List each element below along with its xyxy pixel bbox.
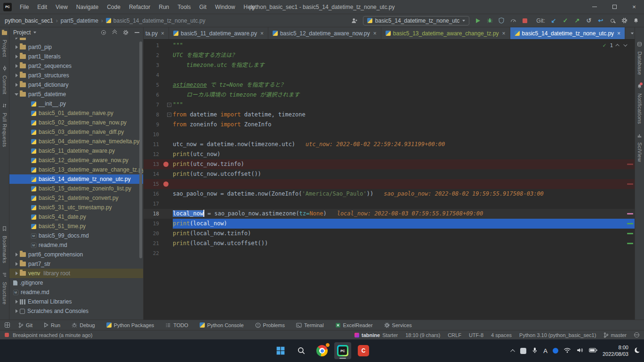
chevron-right-icon[interactable] (13, 38, 20, 40)
gutter-cell[interactable] (161, 239, 173, 248)
chevron-right-icon[interactable] (13, 253, 20, 256)
tool-window-debug[interactable]: Debug (72, 322, 95, 328)
tree-item[interactable]: basic5_31_utc_timestamp.py (9, 203, 143, 212)
tool-stripe-commit[interactable]: Commit (2, 66, 8, 94)
indent-style[interactable]: 4 spaces (491, 332, 512, 338)
tree-item[interactable]: basic5_41_date.py (9, 212, 143, 222)
close-tab-icon[interactable]: × (260, 30, 264, 37)
close-tab-icon[interactable]: × (373, 30, 377, 37)
pycharm-taskbar-button[interactable]: PC (334, 342, 351, 359)
tool-window-run[interactable]: Run (44, 322, 60, 328)
tool-stripe-database[interactable]: Database (637, 41, 643, 75)
tray-blue-dot-icon[interactable] (553, 348, 558, 354)
code-line[interactable]: 22 (144, 248, 635, 258)
gutter-cell[interactable] (161, 248, 173, 258)
menu-refactor[interactable]: Refactor (125, 0, 154, 14)
status-misc-icon[interactable] (634, 332, 639, 337)
editor-tab[interactable]: basic5_11_datetime_aware.py× (169, 27, 268, 39)
battery-icon[interactable] (589, 347, 597, 354)
tray-app-icon[interactable] (520, 348, 526, 354)
git-rollback-button[interactable]: ↩ (597, 17, 604, 24)
error-stripe-mark[interactable] (627, 183, 633, 185)
close-tab-icon[interactable]: × (161, 30, 164, 37)
tool-window-switcher-icon[interactable] (5, 322, 10, 328)
tool-stripe-pull-requests[interactable]: Pull Requests (2, 103, 8, 147)
code-line[interactable]: 1""" (144, 41, 635, 50)
tool-window-git[interactable]: Git (18, 322, 32, 328)
volume-icon[interactable] (576, 347, 584, 355)
tree-item[interactable]: Mbasic5_99_docs.md (9, 231, 143, 240)
taskbar-clock[interactable]: 8:00 2022/08/03 (603, 344, 628, 358)
gutter-cell[interactable] (161, 80, 173, 90)
code-line[interactable]: 11utc_now = datetime.now(timezone.utc)ut… (144, 140, 635, 149)
tree-item[interactable]: part1_literals (9, 52, 143, 61)
code-line[interactable]: 7-""" (144, 100, 635, 110)
notifications-bell-icon[interactable] (633, 17, 639, 24)
code-line[interactable]: 12print(utc_now) (144, 149, 635, 159)
code-line[interactable]: 2UTC を指定する方法は？ (144, 50, 635, 60)
tool-window-terminal[interactable]: Terminal (296, 322, 324, 328)
gutter-cell[interactable] (161, 130, 173, 140)
minimize-button[interactable] (585, 0, 604, 14)
python-interpreter[interactable]: Python 3.10 (python_basic_sec1) (519, 332, 596, 338)
tree-item[interactable]: part3_structures (9, 71, 143, 80)
chevron-right-icon[interactable] (13, 45, 20, 49)
tree-item[interactable]: Mreadme.md (9, 240, 143, 250)
editor-tab[interactable]: basic5_14_datetime_tz_none_utc.py× (510, 27, 626, 39)
chevron-right-icon[interactable] (13, 74, 20, 77)
code-line[interactable]: 10 (144, 130, 635, 140)
chrome-button[interactable] (314, 342, 330, 359)
project-panel-title[interactable]: Project (13, 29, 31, 36)
tree-item[interactable]: basic5_15_datetime_zoneinfo_list.py (9, 184, 143, 193)
tool-stripe-project[interactable]: Project (1, 30, 8, 57)
code-line[interactable]: 19print(local_now) (144, 219, 635, 229)
menu-view[interactable]: View (51, 0, 72, 14)
code-line[interactable]: 13print(utc_now.tzinfo) (144, 159, 635, 169)
start-button[interactable] (272, 342, 289, 359)
tool-window-todo[interactable]: TODO (165, 322, 188, 328)
tool-window-python-console[interactable]: Python Console (200, 322, 244, 328)
code-with-me-icon[interactable] (351, 17, 358, 24)
tree-item[interactable]: basic5_04_datetime_naive_timedelta.py (9, 137, 143, 146)
gutter-cell[interactable] (161, 70, 173, 80)
code-line[interactable]: 4 (144, 70, 635, 80)
chevron-right-icon[interactable] (13, 64, 20, 68)
focus-assist-moon-icon[interactable] (634, 347, 640, 355)
tool-stripe-structure[interactable]: Structure (2, 272, 8, 304)
git-update-button[interactable]: ↙ (550, 17, 557, 24)
error-stripe-mark[interactable] (627, 164, 633, 165)
gutter-cell[interactable] (161, 140, 173, 149)
tree-item[interactable]: basic5_01_datetime_naive.py (9, 108, 143, 118)
fold-marker-icon[interactable]: - (167, 103, 171, 107)
tree-item[interactable]: .gitignore (9, 278, 143, 288)
git-branch-widget[interactable]: master (604, 332, 627, 338)
menu-edit[interactable]: Edit (33, 0, 51, 14)
error-stripe-mark[interactable] (627, 243, 633, 244)
tool-stripe-bookmarks[interactable]: Bookmarks (2, 226, 8, 263)
code-line[interactable]: 3 timezone.utc を指定します (144, 60, 635, 70)
tool-window-python-packages[interactable]: Python Packages (106, 322, 154, 328)
breadcrumb-item[interactable]: basic5_14_datetime_tz_none_utc.py (113, 17, 205, 24)
run-config-select[interactable]: basic5_14_datetime_tz_none_utc (363, 16, 469, 25)
gutter-cell[interactable] (161, 219, 173, 229)
code-line[interactable]: 21print(local_now.utcoffset()) (144, 239, 635, 248)
editor-tab[interactable]: basic5_12_datetime_aware_now.py× (268, 27, 381, 39)
tool-stripe-sciview[interactable]: SciView (637, 132, 643, 162)
tree-item[interactable]: External Libraries (9, 297, 143, 306)
breadcrumb-item[interactable]: part5_datetime (61, 17, 98, 24)
menu-tools[interactable]: Tools (173, 0, 195, 14)
code-line[interactable]: 15 (144, 179, 635, 189)
tree-item[interactable]: part7_str (9, 259, 143, 269)
code-line[interactable]: 9from zoneinfo import ZoneInfo (144, 120, 635, 130)
tree-item[interactable]: Mreadme.md (9, 288, 143, 297)
git-push-button[interactable]: ↗ (574, 17, 580, 24)
breakpoint-icon[interactable] (163, 181, 169, 187)
gutter-cell[interactable] (161, 189, 173, 199)
error-stripe-mark[interactable] (627, 233, 633, 234)
microphone-icon[interactable] (531, 347, 538, 355)
error-stripe-mark[interactable] (627, 213, 633, 214)
tree-item[interactable]: Scratches and Consoles (9, 306, 143, 316)
chevron-right-icon[interactable] (13, 262, 20, 266)
caret-position[interactable]: 18:10 (9 chars) (405, 332, 440, 338)
close-tab-icon[interactable]: × (502, 30, 506, 37)
